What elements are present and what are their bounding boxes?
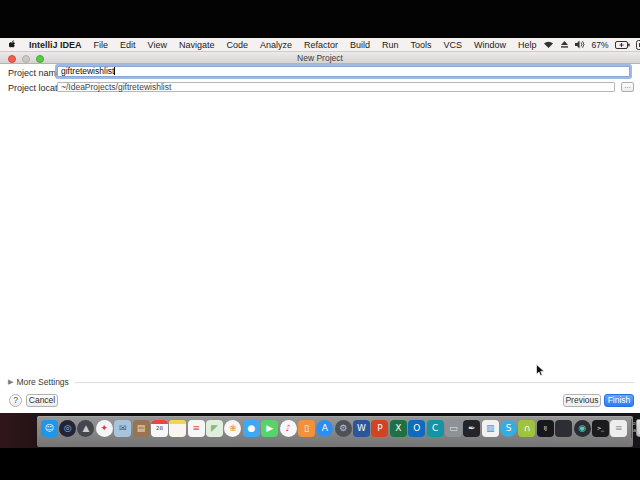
dock-terminal-icon[interactable]: >_: [592, 420, 609, 437]
dock-safari-icon[interactable]: ✦: [96, 420, 113, 437]
dock-notes-icon[interactable]: [169, 420, 186, 437]
dock-facetime-icon[interactable]: ▶: [261, 420, 278, 437]
text-caret: [114, 67, 115, 75]
dock-camera-app-icon[interactable]: ◉: [574, 420, 591, 437]
dock-intellij-icon[interactable]: IJ: [537, 420, 554, 437]
menu-item-navigate[interactable]: Navigate: [173, 38, 221, 52]
letterbox-top: [0, 0, 640, 38]
apple-menu-icon[interactable]: [0, 40, 23, 49]
icon-glyph: ●: [247, 420, 255, 437]
icon-glyph: ✦: [101, 420, 109, 437]
chevron-right-icon: ▶: [8, 378, 13, 386]
previous-button[interactable]: Previous: [563, 394, 601, 407]
icon-glyph: ◤: [211, 420, 218, 437]
menu-bar: IntelliJ IDEAFileEditViewNavigateCodeAna…: [0, 38, 640, 52]
dock-reminders-icon[interactable]: ≡: [188, 420, 205, 437]
menu-item-window[interactable]: Window: [468, 38, 512, 52]
dock-ink-pen-icon[interactable]: ✒: [463, 420, 480, 437]
menu-status: 67% Thu 20:38: [543, 38, 640, 51]
dock-finder-icon[interactable]: ☺: [41, 420, 58, 437]
dock-word-icon[interactable]: W: [353, 420, 370, 437]
dock-textedit-icon[interactable]: ≡: [610, 420, 627, 437]
icon-glyph: ◎: [64, 420, 72, 437]
menu-item-analyze[interactable]: Analyze: [254, 38, 298, 52]
icon-glyph: ▤: [137, 420, 146, 437]
zoom-button[interactable]: [36, 55, 44, 63]
dock-android-icon[interactable]: ∩: [518, 420, 535, 437]
icon-glyph: ◉: [578, 420, 586, 437]
dock-screen-sharing-icon[interactable]: ▭: [445, 420, 462, 437]
menu-item-help[interactable]: Help: [512, 38, 543, 52]
icon-glyph: ▲: [82, 420, 89, 437]
project-name-value: giftretewishlist: [61, 66, 114, 76]
menu-item-refactor[interactable]: Refactor: [298, 38, 344, 52]
dock-system-preferences-icon[interactable]: ⚙: [335, 420, 352, 437]
cancel-button[interactable]: Cancel: [26, 394, 58, 407]
minimize-button[interactable]: [22, 55, 30, 63]
dock-photos-icon[interactable]: ❀: [224, 420, 241, 437]
icon-glyph: ⚙: [339, 420, 347, 437]
dock-powerpoint-icon[interactable]: P: [371, 420, 388, 437]
battery-percent: 67%: [592, 40, 609, 50]
dock-c-app-icon[interactable]: C: [427, 420, 444, 437]
eject-icon[interactable]: [560, 40, 569, 49]
dialog-titlebar[interactable]: New Project: [0, 52, 640, 64]
icon-glyph: C: [432, 420, 438, 437]
menu-item-run[interactable]: Run: [376, 38, 405, 52]
icon-glyph: ✒: [468, 420, 476, 437]
dock-chart-app-icon[interactable]: ▥: [482, 420, 499, 437]
project-location-input[interactable]: ~/IdeaProjects/giftretewishlist: [57, 82, 615, 92]
menu-item-view[interactable]: View: [142, 38, 173, 52]
icon-glyph: X: [395, 420, 401, 437]
menu-item-edit[interactable]: Edit: [114, 38, 142, 52]
screen: IntelliJ IDEAFileEditViewNavigateCodeAna…: [0, 0, 640, 480]
dock-dark-ide-icon[interactable]: [555, 420, 572, 437]
volume-icon[interactable]: [575, 40, 586, 49]
dock-messages-icon[interactable]: ●: [243, 420, 260, 437]
icon-glyph: ❀: [229, 420, 237, 437]
menu-item-code[interactable]: Code: [220, 38, 254, 52]
menu-item-intellij-idea[interactable]: IntelliJ IDEA: [23, 38, 88, 52]
icon-glyph: 28: [156, 420, 163, 437]
dock-separator: [631, 419, 632, 438]
icon-glyph: >_: [597, 420, 604, 437]
icon-glyph: W: [357, 420, 366, 437]
mouse-cursor: [536, 363, 545, 381]
dock-maps-icon[interactable]: ◤: [206, 420, 223, 437]
icon-stripe: [169, 420, 186, 424]
battery-icon[interactable]: [615, 41, 630, 49]
finish-button[interactable]: Finish: [604, 394, 634, 407]
dock-launchpad-icon[interactable]: ▲: [77, 420, 94, 437]
dock-skype-icon[interactable]: S: [500, 420, 517, 437]
dock-excel-icon[interactable]: X: [390, 420, 407, 437]
menu-item-build[interactable]: Build: [344, 38, 376, 52]
icon-glyph: ▶: [266, 420, 273, 437]
menu-item-tools[interactable]: Tools: [405, 38, 438, 52]
dock-itunes-icon[interactable]: ♪: [280, 420, 297, 437]
wifi-icon[interactable]: [543, 40, 554, 49]
icon-glyph: ▯: [304, 420, 309, 437]
project-location-value: ~/IdeaProjects/giftretewishlist: [61, 82, 171, 92]
page-title: New Project: [0, 53, 640, 63]
dock-calendar-icon[interactable]: 28: [151, 420, 168, 437]
dock-appstore-icon[interactable]: A: [316, 420, 333, 437]
icon-glyph: O: [413, 420, 420, 437]
menu-item-vcs[interactable]: VCS: [438, 38, 469, 52]
new-project-dialog: New Project Project name: giftretewishli…: [0, 52, 640, 413]
help-button[interactable]: ?: [9, 394, 22, 407]
icon-glyph: S: [506, 420, 512, 437]
more-settings-label: More Settings: [16, 377, 68, 387]
icon-glyph: ✉: [119, 420, 127, 437]
close-button[interactable]: [8, 55, 16, 63]
dock-outlook-icon[interactable]: O: [408, 420, 425, 437]
browse-button[interactable]: …: [621, 82, 634, 92]
dock-trash-icon[interactable]: [636, 419, 640, 437]
project-name-label: Project name:: [8, 68, 64, 78]
dock-ibooks-icon[interactable]: ▯: [298, 420, 315, 437]
project-name-input[interactable]: giftretewishlist: [57, 66, 630, 77]
dock-siri-icon[interactable]: ◎: [59, 420, 76, 437]
dock-mail-icon[interactable]: ✉: [114, 420, 131, 437]
input-source-icon[interactable]: [636, 40, 640, 50]
dock-contacts-icon[interactable]: ▤: [133, 420, 150, 437]
menu-item-file[interactable]: File: [88, 38, 115, 52]
